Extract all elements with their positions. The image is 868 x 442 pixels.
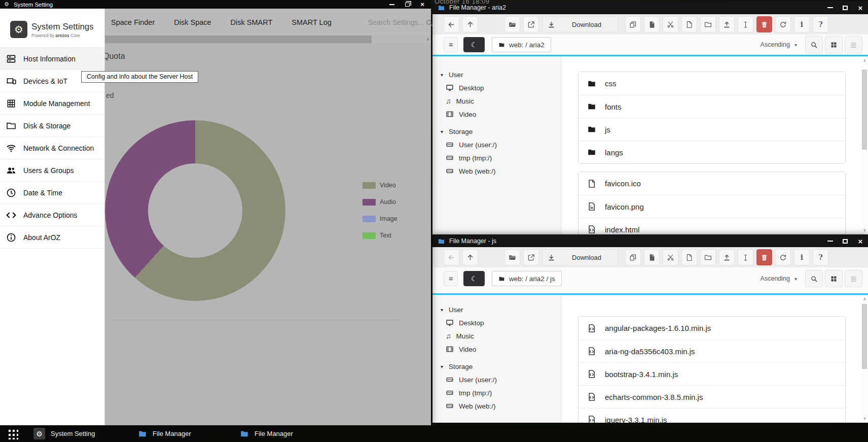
paste-button[interactable] — [644, 249, 660, 265]
download-button[interactable]: Download — [542, 16, 618, 32]
restore-button[interactable] — [400, 0, 415, 9]
minimize-button[interactable] — [822, 235, 838, 247]
download-button[interactable]: Download — [542, 249, 618, 265]
grid-view-button[interactable] — [825, 36, 843, 53]
open-folder-button[interactable] — [504, 249, 520, 265]
close-button[interactable]: × — [853, 235, 868, 247]
list-item[interactable]: bootstrap-3.4.1.min.js — [578, 362, 845, 385]
delete-button[interactable] — [756, 249, 772, 265]
vertical-scrollbar[interactable]: ∧ ∨ — [861, 295, 868, 423]
minimize-button[interactable] — [384, 0, 400, 9]
taskbar-item-file-manager-2[interactable]: File Manager — [240, 425, 293, 442]
maximize-button[interactable] — [838, 1, 853, 14]
info-button[interactable]: i — [794, 16, 810, 32]
list-item[interactable]: favicon.ico — [578, 172, 845, 195]
new-file-button[interactable] — [681, 16, 697, 32]
upload-button[interactable] — [719, 249, 735, 265]
close-button[interactable]: × — [853, 1, 868, 14]
paste-button[interactable] — [644, 16, 660, 32]
tree-item-web-drive[interactable]: Web (web:/) — [432, 399, 561, 413]
sidebar-item-date-time[interactable]: Date & Time — [0, 182, 104, 204]
scrollbar-thumb[interactable] — [105, 36, 372, 43]
theme-toggle-button[interactable]: ☾ — [463, 37, 485, 52]
tab-space-finder[interactable]: Space Finder — [111, 18, 155, 26]
tree-section-storage[interactable]: ▾ Storage — [432, 125, 561, 138]
maximize-button[interactable] — [838, 235, 853, 247]
sort-order-dropdown[interactable]: Ascending — [761, 275, 790, 282]
fm-js-titlebar[interactable]: File Manager - js × — [432, 235, 868, 247]
scrollbar-thumb[interactable] — [862, 70, 867, 150]
list-item[interactable]: aria-ng-da5356c403.min.js — [578, 339, 845, 362]
tree-item-web-drive[interactable]: Web (web:/) — [432, 164, 561, 178]
back-button[interactable] — [444, 16, 459, 32]
sidebar-item-advance-options[interactable]: Advance Options — [0, 204, 104, 226]
tree-item-user-drive[interactable]: User (user:/) — [432, 373, 561, 386]
up-button[interactable] — [462, 16, 478, 32]
tree-item-desktop[interactable]: Desktop — [432, 81, 561, 94]
tab-disk-smart[interactable]: Disk SMART — [231, 18, 273, 26]
minimize-button[interactable] — [822, 1, 838, 14]
back-button[interactable] — [444, 249, 459, 265]
refresh-button[interactable] — [775, 249, 791, 265]
list-view-button[interactable] — [845, 270, 862, 287]
menu-button[interactable]: ≡ — [444, 37, 458, 52]
help-button[interactable]: ? — [813, 16, 828, 32]
list-item[interactable]: fonts — [578, 95, 845, 118]
open-folder-button[interactable] — [504, 16, 520, 32]
sidebar-item-users-groups[interactable]: Users & Groups — [0, 159, 104, 182]
tree-item-tmp-drive[interactable]: tmp (tmp:/) — [432, 386, 561, 399]
tree-item-tmp-drive[interactable]: tmp (tmp:/) — [432, 151, 561, 164]
upload-button[interactable] — [719, 16, 735, 32]
copy-button[interactable] — [625, 249, 641, 265]
cut-button[interactable] — [663, 249, 678, 265]
close-button[interactable]: × — [415, 0, 430, 9]
sidebar-item-disk-storage[interactable]: Disk & Storage — [0, 115, 104, 137]
search-button[interactable] — [805, 270, 823, 287]
tree-item-video[interactable]: Video — [432, 343, 561, 356]
delete-button[interactable] — [756, 16, 772, 32]
list-item[interactable]: langs — [578, 141, 845, 163]
tab-disk-space[interactable]: Disk Space — [174, 18, 211, 26]
horizontal-scrollbar[interactable]: › — [105, 36, 431, 43]
rename-button[interactable] — [738, 249, 753, 265]
breadcrumb[interactable]: web: / aria2 — [492, 37, 551, 52]
new-folder-button[interactable] — [700, 249, 716, 265]
tree-item-music[interactable]: ♫ Music — [432, 329, 561, 343]
scroll-right-icon[interactable]: › — [427, 36, 429, 43]
list-view-button[interactable] — [845, 36, 862, 53]
fm-aria2-titlebar[interactable]: File Manager - aria2 × — [432, 1, 868, 14]
taskbar-item-file-manager-1[interactable]: File Manager — [138, 425, 191, 442]
taskbar-item-system-setting[interactable]: ⚙ System Setting — [33, 425, 95, 442]
list-item[interactable]: index.html — [578, 218, 845, 234]
apps-grid-button[interactable] — [7, 428, 18, 439]
copy-button[interactable] — [625, 16, 641, 32]
breadcrumb[interactable]: web: / aria2 / js — [492, 271, 562, 286]
list-item[interactable]: echarts-common-3.8.5.min.js — [578, 385, 845, 408]
list-item[interactable]: css — [578, 72, 845, 95]
theme-toggle-button[interactable]: ☾ — [463, 271, 485, 286]
tree-section-user[interactable]: ▾ User — [432, 303, 561, 316]
sidebar-item-host-information[interactable]: Host Information — [0, 48, 104, 70]
tree-item-music[interactable]: ♫ Music — [432, 94, 561, 108]
settings-titlebar[interactable]: ⚙ System Setting × — [0, 0, 431, 9]
menu-button[interactable]: ≡ — [444, 271, 458, 286]
refresh-button[interactable] — [775, 16, 791, 32]
list-item[interactable]: favicon.png — [578, 195, 845, 218]
scroll-up-icon[interactable]: ∧ — [861, 297, 868, 301]
up-button[interactable] — [462, 249, 478, 265]
settings-search-input[interactable] — [368, 18, 428, 26]
list-item[interactable]: angular-packages-1.6.10.min.js — [578, 317, 845, 339]
tree-item-user-drive[interactable]: User (user:/) — [432, 138, 561, 151]
search-button[interactable] — [805, 36, 823, 53]
new-folder-button[interactable] — [700, 16, 716, 32]
grid-view-button[interactable] — [825, 270, 843, 287]
scrollbar-thumb[interactable] — [862, 304, 867, 369]
tab-smart-log[interactable]: SMART Log — [292, 18, 331, 26]
list-item[interactable]: jquery-3.3.1.min.js — [578, 408, 845, 423]
new-file-button[interactable] — [681, 249, 697, 265]
open-external-button[interactable] — [523, 249, 539, 265]
cut-button[interactable] — [663, 16, 678, 32]
open-external-button[interactable] — [523, 16, 539, 32]
scroll-up-icon[interactable]: ∧ — [861, 58, 868, 63]
scroll-down-icon[interactable]: ∨ — [861, 416, 868, 421]
